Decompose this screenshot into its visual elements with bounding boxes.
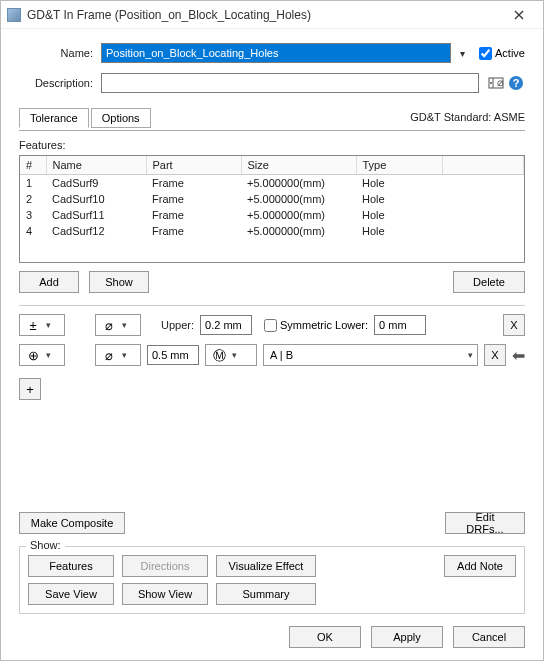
chevron-down-icon: ▾ — [46, 320, 51, 330]
material-modifier-dropdown[interactable]: Ⓜ ▾ — [205, 344, 257, 366]
svg-text:⌀: ⌀ — [497, 76, 504, 88]
show-view-button[interactable]: Show View — [122, 583, 208, 605]
features-heading: Features: — [19, 139, 525, 151]
position-icon: ⊕ — [24, 349, 42, 362]
chevron-down-icon: ▾ — [46, 350, 51, 360]
description-label: Description: — [19, 77, 97, 89]
col-name[interactable]: Name — [46, 156, 146, 175]
table-row[interactable]: 2CadSurf10Frame+5.000000(mm)Hole — [20, 191, 524, 207]
make-composite-button[interactable]: Make Composite — [19, 512, 125, 534]
window-title: GD&T In Frame (Position_on_Block_Locatin… — [27, 8, 501, 22]
table-row[interactable]: 1CadSurf9Frame+5.000000(mm)Hole — [20, 175, 524, 192]
directions-button: Directions — [122, 555, 208, 577]
close-button[interactable] — [501, 3, 537, 27]
visualize-effect-button[interactable]: Visualize Effect — [216, 555, 316, 577]
show-groupbox: Show: Features Directions Visualize Effe… — [19, 546, 525, 614]
features-table[interactable]: # Name Part Size Type 1CadSurf9Frame+5.0… — [19, 155, 525, 263]
add-note-button[interactable]: Add Note — [444, 555, 516, 577]
chevron-down-icon: ▾ — [232, 350, 237, 360]
lower-input[interactable] — [374, 315, 426, 335]
modifier-dropdown-1[interactable]: ⌀ ▾ — [95, 314, 141, 336]
tab-tolerance[interactable]: Tolerance — [19, 108, 89, 128]
tolerance-type-dropdown-2[interactable]: ⊕ ▾ — [19, 344, 65, 366]
description-input[interactable] — [101, 73, 479, 93]
close-icon — [514, 10, 524, 20]
col-empty — [442, 156, 524, 175]
datum-dropdown[interactable]: A | B ▾ — [263, 344, 478, 366]
cancel-button[interactable]: Cancel — [453, 626, 525, 648]
app-icon — [7, 8, 21, 22]
active-label: Active — [495, 47, 525, 59]
summary-button[interactable]: Summary — [216, 583, 316, 605]
table-row[interactable]: 4CadSurf12Frame+5.000000(mm)Hole — [20, 223, 524, 239]
remove-row-button-1[interactable]: X — [503, 314, 525, 336]
active-checkbox[interactable] — [479, 47, 492, 60]
modifier-dropdown-2[interactable]: ⌀ ▾ — [95, 344, 141, 366]
ok-button[interactable]: OK — [289, 626, 361, 648]
svg-point-2 — [490, 82, 492, 84]
gdt-symbol-icon[interactable]: ⌀ — [487, 74, 505, 92]
add-tolerance-row-button[interactable]: + — [19, 378, 41, 400]
show-button[interactable]: Show — [89, 271, 149, 293]
datum-value: A | B — [268, 349, 464, 361]
tolerance-type-dropdown[interactable]: ± ▾ — [19, 314, 65, 336]
chevron-down-icon: ▾ — [122, 320, 127, 330]
chevron-down-icon: ▾ — [468, 350, 473, 360]
upper-input[interactable] — [200, 315, 252, 335]
svg-text:?: ? — [513, 77, 520, 89]
diameter-icon: ⌀ — [100, 349, 118, 362]
name-dropdown-chevron[interactable]: ▾ — [455, 48, 469, 59]
help-icon[interactable]: ? — [507, 74, 525, 92]
symmetric-lower-label: Symmetric Lower: — [280, 319, 368, 331]
table-row[interactable]: 3CadSurf11Frame+5.000000(mm)Hole — [20, 207, 524, 223]
plus-minus-icon: ± — [24, 319, 42, 332]
material-condition-icon: Ⓜ — [210, 349, 228, 362]
arrow-left-icon: ⬅ — [512, 346, 525, 365]
col-part[interactable]: Part — [146, 156, 241, 175]
features-button[interactable]: Features — [28, 555, 114, 577]
add-button[interactable]: Add — [19, 271, 79, 293]
show-legend: Show: — [26, 539, 65, 551]
gdt-standard-label: GD&T Standard: ASME — [410, 111, 525, 123]
active-checkbox-wrap[interactable]: Active — [479, 47, 525, 60]
chevron-down-icon: ▾ — [122, 350, 127, 360]
remove-row-button-2[interactable]: X — [484, 344, 506, 366]
tolerance-value-input[interactable] — [147, 345, 199, 365]
delete-button[interactable]: Delete — [453, 271, 525, 293]
upper-label: Upper: — [161, 319, 194, 331]
edit-drfs-button[interactable]: Edit DRFs... — [445, 512, 525, 534]
apply-button[interactable]: Apply — [371, 626, 443, 648]
name-input[interactable] — [101, 43, 451, 63]
symmetric-lower-checkbox[interactable] — [264, 319, 277, 332]
col-type[interactable]: Type — [356, 156, 442, 175]
tab-options[interactable]: Options — [91, 108, 151, 128]
col-num[interactable]: # — [20, 156, 46, 175]
diameter-icon: ⌀ — [100, 319, 118, 332]
name-label: Name: — [19, 47, 97, 59]
col-size[interactable]: Size — [241, 156, 356, 175]
save-view-button[interactable]: Save View — [28, 583, 114, 605]
divider — [19, 305, 525, 306]
symmetric-lower-wrap[interactable]: Symmetric Lower: — [264, 319, 368, 332]
